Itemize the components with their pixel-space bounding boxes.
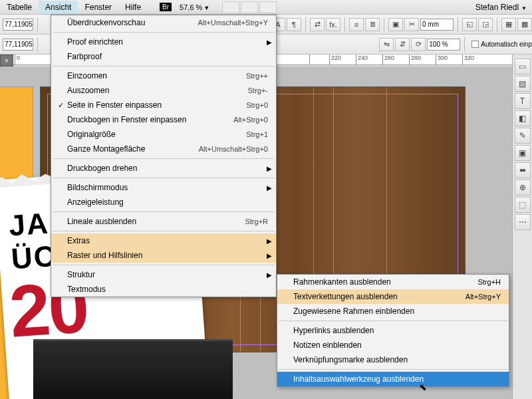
ruler-tick: 0 [15, 55, 20, 65]
submenu-item[interactable]: Zugewiesene Rahmen einblenden [277, 304, 509, 319]
ruler-tick: 300 [436, 55, 448, 65]
menu-tabelle[interactable]: Tabelle [0, 1, 39, 14]
menu-item[interactable]: Ganze MontageflächeAlt+Umschalt+Strg+0 [51, 142, 276, 156]
screen-mode-icon[interactable] [241, 1, 258, 13]
panel-button-3[interactable]: ◧ [515, 110, 531, 126]
menu-hilfe[interactable]: Hilfe [118, 1, 148, 14]
align-left-icon[interactable]: ≡ [349, 18, 364, 31]
submenu-item[interactable]: Textverkettungen ausblendenAlt+Strg+Y [277, 289, 509, 304]
dark-panel [33, 339, 233, 399]
panel-button-8[interactable]: ⬚ [515, 197, 531, 213]
submenu-item[interactable]: Hyperlinks ausblenden [277, 323, 509, 338]
para-format-icon[interactable]: ¶ [287, 18, 301, 31]
ruler-tick [309, 55, 311, 65]
submenu-item[interactable]: Verknüpfungsmarke ausblenden [277, 352, 509, 367]
menu-item[interactable]: Anzeigeleistung [51, 195, 276, 209]
panel-button-7[interactable]: ⊕ [515, 180, 531, 196]
right-tool-strip: ▭▤T◧✎▣⬌⊕⬚⋯ [512, 55, 532, 399]
panel-button-2[interactable]: T [515, 93, 531, 109]
zoom-level[interactable]: 57,6 %▼ [180, 3, 209, 11]
offset-field[interactable]: 0 mm [420, 19, 454, 31]
menu-item[interactable]: ✓Seite in Fenster einpassenStrg+0 [51, 98, 276, 112]
panel-button-9[interactable]: ⋯ [515, 214, 531, 230]
panel-button-1[interactable]: ▤ [515, 76, 531, 92]
user-name[interactable]: Stefan Riedl▼ [475, 3, 527, 12]
menu-item[interactable]: Textmodus [51, 282, 276, 297]
menu-item[interactable]: AuszoomenStrg+- [51, 83, 276, 98]
menu-item[interactable]: Lineale ausblendenStrg+R [51, 214, 276, 229]
x-field[interactable]: 77,11905 [3, 19, 33, 31]
scale-field[interactable]: 100 % [427, 39, 460, 51]
menu-item[interactable]: Struktur▶ [51, 267, 276, 282]
panel-button-6[interactable]: ⬌ [515, 162, 531, 178]
menu-item[interactable]: Proof einrichten▶ [51, 35, 276, 49]
ruler-tick: 240 [356, 55, 368, 65]
document-tab-close[interactable]: × [0, 55, 13, 66]
arrange-icon[interactable] [259, 1, 277, 13]
rotate-icon[interactable]: ⟳ [411, 38, 426, 51]
ruler-tick: 280 [409, 55, 421, 65]
menu-item[interactable]: Raster und Hilfslinien▶ [51, 248, 276, 263]
menu-item[interactable]: Druckbogen in Fenster einpassenAlt+Strg+… [51, 112, 276, 127]
corner2-icon[interactable]: ◲ [478, 18, 493, 31]
submenu-item[interactable]: Inhaltsauswahlwerkzeug ausblenden [277, 372, 509, 386]
menubar: Tabelle Ansicht Fenster Hilfe Br 57,6 %▼… [0, 0, 532, 15]
effects-icon[interactable]: fx. [326, 18, 340, 31]
bridge-icon[interactable]: Br [160, 3, 172, 11]
flip-v-icon[interactable]: ⇵ [395, 38, 410, 51]
ruler-tick: 220 [329, 55, 341, 65]
auto-fit-checkbox[interactable]: Automatisch einp [471, 41, 532, 48]
menu-item[interactable]: OriginalgrößeStrg+1 [51, 127, 276, 142]
corner-icon[interactable]: ◱ [462, 18, 477, 31]
link-icon[interactable]: ⇄ [310, 18, 325, 31]
frame1-icon[interactable]: ▦ [501, 18, 516, 31]
menu-item[interactable]: Bildschirmmodus▶ [51, 180, 276, 195]
menu-item[interactable]: EinzoomenStrg++ [51, 68, 276, 83]
menu-item[interactable]: Extras▶ [51, 233, 276, 248]
ruler-tick: 320 [462, 55, 474, 65]
submenu-extras: Rahmenkanten ausblendenStrg+HTextverkett… [277, 274, 509, 387]
menu-item[interactable]: ÜberdruckenvorschauAlt+Umschalt+Strg+Y [51, 15, 276, 30]
flip-h-icon[interactable]: ⇋ [379, 38, 394, 51]
menu-item[interactable]: Druckbogen drehen▶ [51, 161, 276, 176]
panel-button-5[interactable]: ▣ [515, 145, 531, 161]
wrap-icon[interactable]: ▣ [388, 18, 403, 31]
submenu-item[interactable]: Rahmenkanten ausblendenStrg+H [277, 275, 509, 289]
align-center-icon[interactable]: ≣ [365, 18, 380, 31]
ruler-tick: 260 [382, 55, 394, 65]
view-mode-icon[interactable] [222, 1, 239, 13]
panel-button-4[interactable]: ✎ [515, 128, 531, 144]
submenu-item[interactable]: Notizen einblenden [277, 338, 509, 352]
panel-button-0[interactable]: ▭ [515, 59, 531, 74]
y-field[interactable]: 77,11905 [3, 39, 33, 51]
menu-fenster[interactable]: Fenster [78, 1, 118, 14]
menu-item[interactable]: Farbproof [51, 49, 276, 64]
menu-ansicht[interactable]: Ansicht [39, 1, 78, 14]
frame2-icon[interactable]: ▩ [517, 18, 532, 31]
menu-ansicht-dropdown: ÜberdruckenvorschauAlt+Umschalt+Strg+YPr… [51, 15, 277, 297]
crop-icon[interactable]: ✂ [404, 18, 419, 31]
